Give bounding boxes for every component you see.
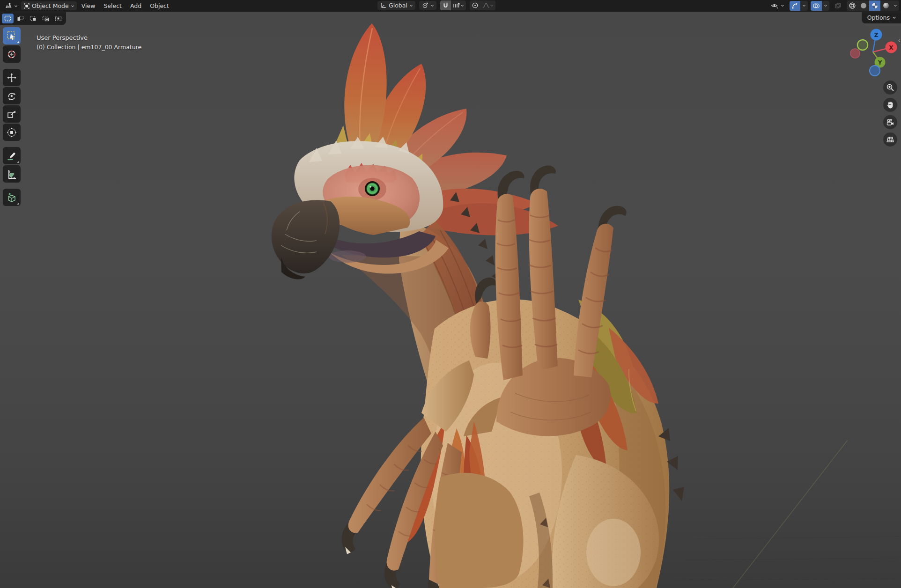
3d-viewport-editor-icon	[5, 2, 12, 9]
topbar: Object Mode View Select Add Object Globa…	[0, 0, 901, 12]
creature-model	[0, 0, 901, 588]
gizmo-z-label: Z	[874, 32, 879, 38]
navigation-axis-gizmo[interactable]: Z X Y	[849, 26, 898, 79]
options-label: Options	[867, 14, 890, 21]
gizmo-neg-x[interactable]	[850, 49, 860, 58]
select-mode-strip	[0, 12, 66, 25]
rotate-icon	[6, 90, 17, 102]
tool-shelf	[3, 27, 21, 206]
proportional-edit-toggle[interactable]	[470, 0, 480, 10]
select-mode-invert[interactable]	[40, 14, 52, 23]
chevron-down-icon	[460, 4, 464, 7]
tool-select-box[interactable]	[3, 27, 21, 44]
overlays-toggle[interactable]	[811, 1, 822, 11]
gizmos-toggle[interactable]	[790, 1, 800, 11]
gizmo-neg-y[interactable]	[857, 40, 868, 50]
mode-label: Object Mode	[32, 2, 69, 9]
overlays-icon	[812, 2, 820, 9]
tool-move[interactable]	[3, 69, 21, 86]
select-mode-extend[interactable]	[15, 14, 26, 23]
ortho-grid-button[interactable]	[883, 132, 897, 147]
menu-view[interactable]: View	[78, 1, 99, 10]
menu-add[interactable]: Add	[126, 1, 145, 10]
shading-material-button[interactable]	[869, 0, 880, 11]
pan-button[interactable]	[883, 98, 897, 112]
pivot-point-dropdown[interactable]	[419, 1, 436, 10]
gizmos-group	[790, 1, 808, 11]
transform-orientation-dropdown[interactable]: Global	[377, 1, 415, 10]
proportional-falloff-dropdown[interactable]	[480, 0, 495, 10]
select-mode-subtract[interactable]	[27, 14, 39, 23]
menu-select[interactable]: Select	[100, 1, 126, 10]
tool-add-cube[interactable]	[3, 189, 21, 206]
zoom-button[interactable]	[883, 81, 897, 95]
pivot-point-icon	[421, 2, 428, 9]
chevron-down-icon	[781, 4, 784, 7]
viewport-nav-buttons	[883, 81, 897, 147]
shading-wireframe-button[interactable]	[847, 0, 858, 11]
select-box-icon	[6, 30, 17, 42]
proportional-edit-group	[470, 0, 495, 10]
gizmos-dropdown[interactable]	[800, 2, 808, 9]
gizmo-neg-z[interactable]	[870, 66, 880, 76]
xray-toggle[interactable]	[832, 1, 844, 11]
transform-orientation-icon	[380, 2, 387, 9]
shading-rendered-button[interactable]	[880, 0, 892, 11]
tool-cursor[interactable]	[3, 45, 21, 63]
tool-transform[interactable]	[3, 124, 21, 141]
tool-annotate[interactable]	[3, 147, 21, 164]
overlays-group	[811, 1, 829, 11]
snap-increment-icon	[453, 2, 460, 9]
shading-wireframe-icon	[849, 2, 856, 9]
shading-group	[847, 0, 899, 11]
falloff-curve-icon	[482, 2, 490, 9]
snap-toggle[interactable]	[440, 0, 451, 10]
shading-dropdown[interactable]	[892, 2, 899, 9]
tool-scale[interactable]	[3, 105, 21, 123]
options-dropdown[interactable]: Options	[862, 12, 901, 23]
editor-type-dropdown[interactable]	[3, 1, 20, 10]
shading-solid-button[interactable]	[858, 0, 869, 11]
select-subtract-icon	[30, 15, 37, 22]
chevron-down-icon	[802, 4, 806, 7]
mode-dropdown[interactable]: Object Mode	[21, 1, 77, 10]
measure-icon	[6, 169, 17, 180]
shading-material-icon	[871, 2, 879, 9]
zoom-icon	[886, 83, 894, 92]
proportional-edit-icon	[472, 2, 479, 9]
chevron-down-icon	[892, 15, 896, 20]
sidebar-collapse-arrow[interactable]: ‹	[898, 37, 901, 44]
scale-icon	[6, 109, 17, 120]
chevron-down-icon	[490, 4, 494, 7]
move-icon	[6, 72, 17, 83]
object-mode-icon	[23, 3, 30, 9]
annotate-pen-icon	[6, 150, 17, 162]
snap-with-dropdown[interactable]	[451, 0, 466, 10]
toggle-ortho-grid-icon	[886, 135, 894, 144]
shading-solid-icon	[860, 2, 867, 9]
cursor-icon	[6, 49, 17, 60]
select-mode-intersect[interactable]	[52, 14, 64, 23]
camera-view-icon	[886, 118, 894, 126]
chevron-down-icon	[409, 4, 413, 7]
camera-view-button[interactable]	[883, 115, 897, 129]
xray-icon	[835, 2, 842, 9]
object-types-visibility-dropdown[interactable]	[768, 1, 787, 10]
overlays-dropdown[interactable]	[822, 2, 829, 9]
gizmos-icon	[791, 2, 798, 9]
tool-measure[interactable]	[3, 165, 21, 183]
tool-rotate[interactable]	[3, 87, 21, 104]
chevron-down-icon	[71, 4, 74, 8]
object-types-visibility-eye-icon	[771, 2, 779, 9]
chevron-down-icon	[824, 4, 827, 7]
snap-magnet-icon	[442, 2, 449, 9]
pan-hand-icon	[886, 101, 894, 109]
select-extend-icon	[17, 15, 24, 22]
perspective-label: User Perspective	[37, 33, 141, 43]
select-intersect-icon	[55, 15, 62, 22]
menu-object[interactable]: Object	[146, 1, 173, 10]
select-mode-set[interactable]	[2, 14, 14, 23]
collection-label: (0) Collection | em107_00 Armature	[37, 43, 141, 51]
gizmo-x-label: X	[889, 44, 894, 51]
transform-icon	[6, 127, 17, 138]
